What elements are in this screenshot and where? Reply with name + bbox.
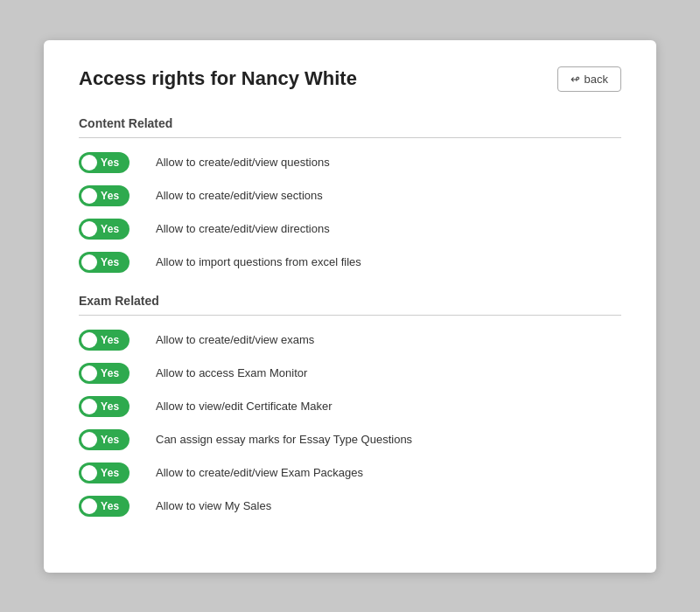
- permission-text-perm-7: Allow to view/edit Certificate Maker: [156, 400, 332, 413]
- toggle-circle-perm-3: [81, 221, 97, 237]
- toggle-circle-perm-6: [81, 365, 97, 381]
- section-heading-content-related: Content Related: [79, 116, 621, 130]
- permission-text-perm-4: Allow to import questions from excel fil…: [156, 255, 361, 268]
- permission-row-perm-8: YesCan assign essay marks for Essay Type…: [79, 429, 621, 450]
- toggle-label-perm-3: Yes: [101, 223, 120, 235]
- sections-container: Content RelatedYesAllow to create/edit/v…: [79, 116, 621, 517]
- toggle-circle-perm-8: [81, 432, 97, 448]
- permission-row-perm-5: YesAllow to create/edit/view exams: [79, 330, 621, 351]
- toggle-label-perm-6: Yes: [101, 367, 120, 379]
- toggle-label-perm-9: Yes: [101, 467, 120, 479]
- permission-row-perm-10: YesAllow to view My Sales: [79, 496, 621, 517]
- toggle-circle-perm-2: [81, 188, 97, 204]
- toggle-circle-perm-7: [81, 399, 97, 414]
- toggle-perm-8[interactable]: Yes: [79, 429, 130, 450]
- toggle-label-perm-2: Yes: [101, 190, 120, 202]
- toggle-perm-9[interactable]: Yes: [79, 462, 130, 483]
- toggle-perm-4[interactable]: Yes: [79, 252, 130, 273]
- back-arrow-icon: ↫: [570, 73, 580, 86]
- permission-row-perm-6: YesAllow to access Exam Monitor: [79, 363, 621, 384]
- toggle-label-perm-4: Yes: [101, 256, 120, 268]
- section-divider-exam-related: [79, 315, 621, 316]
- permission-row-perm-9: YesAllow to create/edit/view Exam Packag…: [79, 462, 621, 483]
- permission-row-perm-1: YesAllow to create/edit/view questions: [79, 152, 621, 173]
- permission-text-perm-10: Allow to view My Sales: [156, 499, 271, 512]
- toggle-perm-5[interactable]: Yes: [79, 330, 130, 351]
- section-heading-exam-related: Exam Related: [79, 294, 621, 308]
- section-exam-related: Exam RelatedYesAllow to create/edit/view…: [79, 294, 621, 517]
- permission-text-perm-8: Can assign essay marks for Essay Type Qu…: [156, 433, 412, 446]
- access-rights-card: Access rights for Nancy White ↫ back Con…: [44, 40, 656, 573]
- card-header: Access rights for Nancy White ↫ back: [79, 66, 621, 92]
- permission-text-perm-3: Allow to create/edit/view directions: [156, 222, 330, 235]
- toggle-circle-perm-10: [81, 498, 97, 514]
- permission-text-perm-1: Allow to create/edit/view questions: [156, 156, 330, 169]
- toggle-perm-2[interactable]: Yes: [79, 185, 130, 206]
- toggle-circle-perm-9: [81, 465, 97, 481]
- toggle-perm-3[interactable]: Yes: [79, 219, 130, 240]
- toggle-label-perm-10: Yes: [101, 500, 120, 512]
- back-label: back: [584, 73, 608, 86]
- toggle-perm-7[interactable]: Yes: [79, 396, 130, 417]
- permission-text-perm-6: Allow to access Exam Monitor: [156, 366, 307, 379]
- toggle-perm-10[interactable]: Yes: [79, 496, 130, 517]
- permission-row-perm-2: YesAllow to create/edit/view sections: [79, 185, 621, 206]
- permission-text-perm-2: Allow to create/edit/view sections: [156, 189, 323, 202]
- back-button[interactable]: ↫ back: [557, 66, 621, 92]
- toggle-perm-1[interactable]: Yes: [79, 152, 130, 173]
- page-title: Access rights for Nancy White: [79, 67, 357, 90]
- permission-text-perm-9: Allow to create/edit/view Exam Packages: [156, 466, 363, 479]
- toggle-circle-perm-1: [81, 155, 97, 170]
- section-divider-content-related: [79, 137, 621, 138]
- permission-row-perm-3: YesAllow to create/edit/view directions: [79, 219, 621, 240]
- permission-row-perm-4: YesAllow to import questions from excel …: [79, 252, 621, 273]
- toggle-label-perm-5: Yes: [101, 334, 120, 346]
- section-content-related: Content RelatedYesAllow to create/edit/v…: [79, 116, 621, 273]
- toggle-label-perm-7: Yes: [101, 400, 120, 413]
- toggle-circle-perm-4: [81, 254, 97, 270]
- toggle-perm-6[interactable]: Yes: [79, 363, 130, 384]
- toggle-circle-perm-5: [81, 332, 97, 348]
- toggle-label-perm-8: Yes: [101, 434, 120, 446]
- permission-row-perm-7: YesAllow to view/edit Certificate Maker: [79, 396, 621, 417]
- toggle-label-perm-1: Yes: [101, 156, 120, 169]
- permission-text-perm-5: Allow to create/edit/view exams: [156, 333, 314, 346]
